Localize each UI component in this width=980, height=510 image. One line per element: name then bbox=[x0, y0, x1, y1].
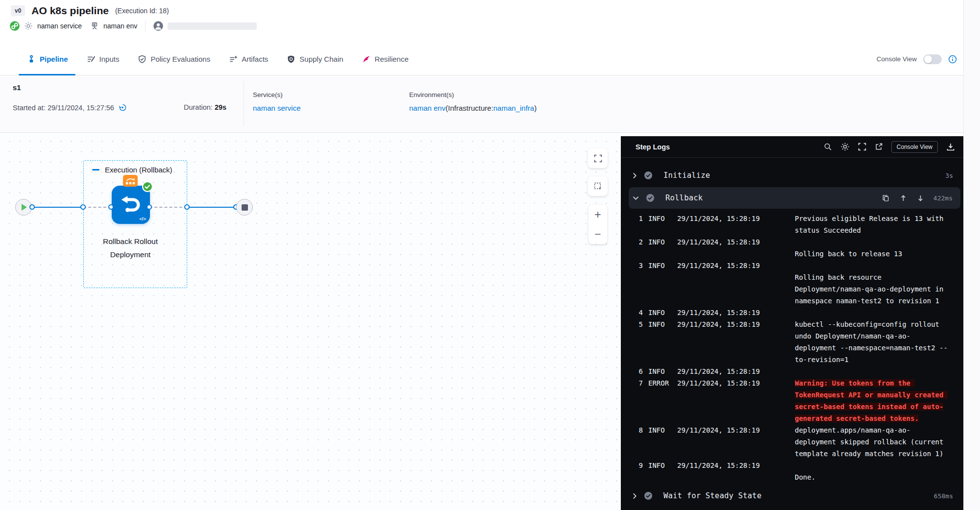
edge-group-to-end bbox=[187, 207, 236, 208]
step-success-icon bbox=[644, 171, 653, 180]
zoom-out-button[interactable]: − bbox=[594, 229, 601, 240]
service-link[interactable]: naman service bbox=[253, 104, 301, 112]
supply-chain-shield-icon bbox=[287, 55, 295, 64]
download-logs-icon[interactable] bbox=[946, 143, 955, 151]
environment-link[interactable]: naman env bbox=[409, 104, 445, 112]
log-line-number: 6 bbox=[621, 365, 643, 377]
connector-dot bbox=[80, 204, 86, 210]
step-success-icon bbox=[646, 194, 655, 202]
log-message: Rolling back to release 13 bbox=[795, 236, 950, 260]
log-timestamp: 29/11/2024, 15:28:19 bbox=[677, 236, 768, 248]
log-line: 6 INFO 29/11/2024, 15:28:19 bbox=[621, 365, 964, 377]
step-logs-title: Step Logs bbox=[636, 143, 670, 151]
fullscreen-icon bbox=[594, 154, 602, 163]
execution-id: (Execution Id: 18) bbox=[115, 7, 169, 15]
search-icon[interactable] bbox=[824, 143, 832, 151]
edge-start-to-group bbox=[32, 207, 83, 208]
stop-icon bbox=[242, 204, 248, 211]
step-row-wait-for-steady-state[interactable]: Wait for Steady State 658ms bbox=[621, 485, 964, 507]
log-line: 7 ERROR 29/11/2024, 15:28:19 Warning: Us… bbox=[621, 377, 964, 424]
log-timestamp: 29/11/2024, 15:28:19 bbox=[677, 213, 768, 224]
info-icon[interactable] bbox=[948, 55, 957, 64]
log-timestamp: 29/11/2024, 15:28:19 bbox=[677, 377, 768, 389]
log-line-number: 5 bbox=[621, 318, 643, 330]
stage-divider bbox=[244, 81, 244, 126]
copy-logs-icon[interactable] bbox=[882, 194, 889, 202]
pipeline-canvas[interactable]: Execution (Rollback) </> Rollback Rollou… bbox=[0, 133, 621, 510]
rollback-step-node[interactable]: </> bbox=[112, 186, 150, 224]
environment-icon bbox=[90, 22, 99, 30]
tab-bar: Pipeline Inputs Policy Evaluations Artif… bbox=[0, 43, 964, 75]
tab-inputs[interactable]: Inputs bbox=[87, 55, 120, 64]
scroll-to-top-icon[interactable] bbox=[900, 194, 906, 202]
log-message: deployment.apps/naman-qa-ao-deployment s… bbox=[795, 424, 950, 460]
chevron-down-icon[interactable] bbox=[633, 196, 639, 200]
inputs-icon bbox=[87, 55, 96, 64]
page-scrollbar[interactable] bbox=[963, 0, 980, 510]
header-divider bbox=[145, 21, 146, 31]
node-label: Rollback Rollout Deployment bbox=[94, 235, 167, 261]
service-gear-icon bbox=[24, 22, 33, 30]
logs-fullscreen-icon[interactable] bbox=[858, 143, 866, 151]
zoom-controls: + − bbox=[588, 205, 607, 244]
log-line: 5 INFO 29/11/2024, 15:28:19 kubectl --ku… bbox=[621, 318, 964, 365]
log-message: Rolling back resource Deployment/naman-q… bbox=[795, 260, 950, 307]
log-level: INFO bbox=[648, 460, 672, 471]
tab-artifacts[interactable]: Artifacts bbox=[229, 55, 268, 64]
step-logs-panel: Step Logs Console View Initialize 3s bbox=[621, 136, 964, 510]
marquee-select-icon bbox=[594, 182, 602, 191]
environment-value: naman env(Infrastructure:naman_infra) bbox=[409, 104, 537, 112]
log-line-number: 3 bbox=[621, 260, 643, 271]
log-settings-gear-icon[interactable] bbox=[840, 142, 850, 151]
log-timestamp: 29/11/2024, 15:28:19 bbox=[677, 307, 768, 318]
log-level: INFO bbox=[648, 318, 672, 330]
artifacts-icon bbox=[229, 55, 238, 64]
tab-pipeline[interactable]: Pipeline bbox=[27, 55, 68, 64]
log-line-number: 8 bbox=[621, 424, 643, 436]
log-timestamp: 29/11/2024, 15:28:19 bbox=[677, 318, 768, 330]
step-logs-header: Step Logs Console View bbox=[621, 136, 964, 158]
stage-duration: Duration: 29s bbox=[184, 103, 226, 111]
console-view-button[interactable]: Console View bbox=[891, 141, 938, 153]
log-level: INFO bbox=[648, 213, 672, 224]
infrastructure-link[interactable]: naman_infra bbox=[493, 104, 534, 112]
connector-dot bbox=[184, 204, 190, 210]
environments-label: Environment(s) bbox=[409, 91, 454, 98]
log-level: ERROR bbox=[648, 377, 672, 389]
connector-dot bbox=[108, 204, 114, 210]
log-line-number: 9 bbox=[621, 460, 643, 471]
log-level: INFO bbox=[648, 307, 672, 318]
step-row-rollback[interactable]: Rollback 422ms bbox=[629, 187, 960, 209]
zoom-in-button[interactable]: + bbox=[594, 209, 601, 220]
log-message: Done. bbox=[795, 460, 950, 483]
success-check-icon bbox=[142, 181, 153, 194]
step-success-icon bbox=[644, 491, 653, 500]
canvas-select-button[interactable] bbox=[588, 176, 608, 196]
stage-summary-bar: s1 Started at: 29/11/2024, 15:27:56 Dura… bbox=[0, 75, 964, 133]
chevron-right-icon[interactable] bbox=[633, 493, 637, 499]
step-row-initialize[interactable]: Initialize 3s bbox=[621, 165, 964, 186]
canvas-fullscreen-button[interactable] bbox=[588, 148, 608, 168]
log-line: 9 INFO 29/11/2024, 15:28:19 Done. bbox=[621, 460, 964, 483]
group-label: Execution (Rollback) bbox=[105, 166, 172, 174]
log-level: INFO bbox=[648, 236, 672, 248]
tab-resilience[interactable]: Resilience bbox=[362, 55, 409, 64]
step-duration: 422ms bbox=[933, 194, 953, 202]
resilience-chaos-icon bbox=[362, 55, 371, 64]
open-in-new-icon[interactable] bbox=[875, 143, 883, 151]
execution-history-icon[interactable] bbox=[119, 103, 127, 112]
scroll-to-bottom-icon[interactable] bbox=[917, 194, 924, 202]
chevron-right-icon[interactable] bbox=[633, 172, 637, 179]
pipeline-icon bbox=[27, 55, 36, 64]
stage-name: s1 bbox=[13, 83, 21, 92]
tab-policy-evaluations[interactable]: Policy Evaluations bbox=[138, 55, 210, 64]
step-duration: 658ms bbox=[934, 492, 953, 500]
rollback-undo-icon bbox=[120, 194, 142, 216]
log-line: 3 INFO 29/11/2024, 15:28:19 Rolling back… bbox=[621, 260, 964, 307]
log-message: Previous eligible Release is 13 with sta… bbox=[795, 213, 950, 236]
console-view-toggle[interactable] bbox=[923, 54, 942, 64]
log-line: 1 INFO 29/11/2024, 15:28:19 Previous eli… bbox=[621, 213, 964, 236]
tab-supply-chain[interactable]: Supply Chain bbox=[287, 55, 343, 64]
collapse-group-icon[interactable] bbox=[92, 169, 99, 170]
log-lines: 1 INFO 29/11/2024, 15:28:19 Previous eli… bbox=[621, 210, 964, 484]
